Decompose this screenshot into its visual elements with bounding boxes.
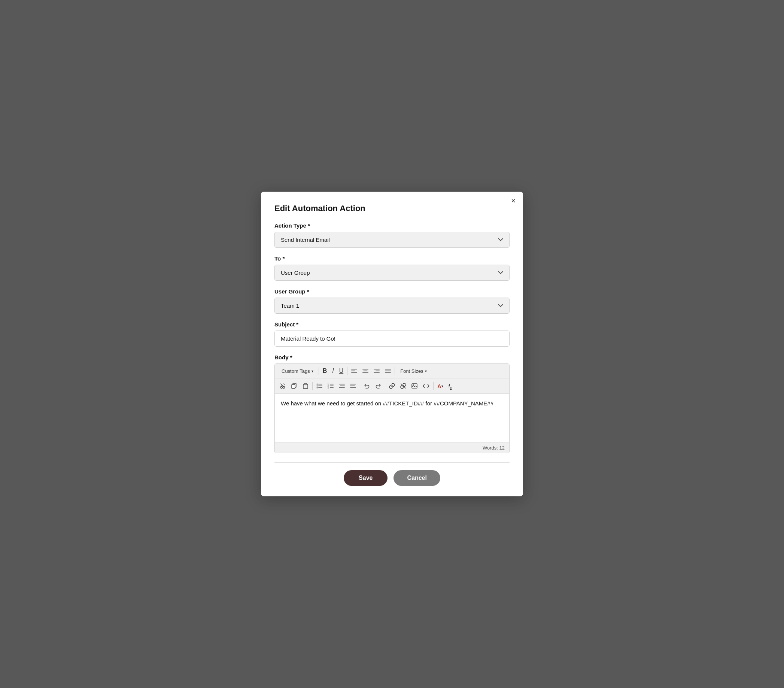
font-sizes-button[interactable]: Font Sizes ▾: [397, 367, 430, 376]
unlink-button[interactable]: [398, 382, 408, 390]
save-button[interactable]: Save: [344, 470, 387, 486]
svg-rect-27: [330, 384, 334, 384]
font-sizes-chevron-icon: ▾: [425, 369, 427, 373]
editor-content: We have what we need to get started on #…: [281, 400, 494, 407]
subject-field: Subject *: [274, 321, 510, 347]
svg-rect-30: [339, 384, 345, 384]
editor-body[interactable]: We have what we need to get started on #…: [275, 394, 509, 443]
body-field: Body * Custom Tags ▾ B I U: [274, 354, 510, 453]
underline-button[interactable]: U: [337, 366, 346, 376]
svg-rect-1: [351, 370, 355, 371]
svg-text:3.: 3.: [328, 387, 329, 388]
toolbar-divider-3: [395, 367, 395, 375]
toolbar-divider-1: [319, 367, 319, 375]
editor-footer: Words: 12: [275, 443, 509, 453]
user-group-select[interactable]: Team 1 Team 2 Team 3: [274, 298, 510, 314]
toolbar-divider-6: [385, 382, 385, 390]
indent-right-button[interactable]: [348, 382, 358, 390]
to-label: To *: [274, 255, 510, 262]
svg-rect-23: [318, 387, 322, 388]
action-type-label: Action Type *: [274, 222, 510, 229]
svg-line-36: [401, 384, 405, 388]
indent-center-button[interactable]: [337, 382, 347, 390]
align-center-button[interactable]: [360, 367, 371, 375]
svg-rect-0: [351, 369, 357, 369]
bold-button[interactable]: B: [321, 366, 329, 376]
svg-rect-32: [339, 387, 345, 388]
user-group-field: User Group * Team 1 Team 2 Team 3: [274, 288, 510, 314]
modal-title: Edit Automation Action: [274, 204, 510, 213]
toolbar-divider-5: [360, 382, 360, 390]
clear-format-icon: Ix: [448, 382, 452, 390]
svg-rect-22: [318, 385, 322, 386]
action-type-field: Action Type * Send Internal Email Send E…: [274, 222, 510, 248]
svg-rect-17: [305, 384, 306, 384]
svg-point-12: [281, 387, 283, 388]
svg-rect-5: [362, 372, 369, 373]
font-color-icon: A: [437, 383, 441, 389]
to-select[interactable]: User Group Assigned Agent Customer: [274, 265, 510, 281]
close-button[interactable]: ×: [511, 197, 516, 204]
toolbar-divider-2: [347, 367, 348, 375]
cut-button[interactable]: [278, 382, 288, 390]
svg-rect-21: [318, 384, 322, 384]
svg-rect-34: [350, 385, 355, 386]
action-type-select[interactable]: Send Internal Email Send External Email …: [274, 232, 510, 248]
subject-label: Subject *: [274, 321, 510, 328]
editor-container: Custom Tags ▾ B I U: [274, 364, 510, 453]
svg-rect-33: [350, 384, 356, 384]
ordered-list-button[interactable]: 1. 2. 3.: [325, 382, 336, 390]
user-group-label: User Group *: [274, 288, 510, 295]
copy-button[interactable]: [289, 382, 300, 390]
font-color-button[interactable]: A ▾: [435, 382, 446, 391]
svg-point-18: [317, 384, 318, 385]
svg-rect-29: [330, 387, 334, 388]
redo-button[interactable]: [373, 382, 384, 390]
code-button[interactable]: [420, 382, 432, 390]
custom-tags-chevron-icon: ▾: [311, 369, 313, 373]
link-button[interactable]: [387, 382, 397, 390]
custom-tags-button[interactable]: Custom Tags ▾: [278, 367, 317, 376]
svg-rect-16: [303, 384, 308, 388]
clear-format-button[interactable]: Ix: [446, 381, 454, 391]
svg-rect-35: [350, 387, 356, 388]
subject-input[interactable]: [274, 331, 510, 347]
svg-rect-3: [362, 369, 369, 369]
svg-rect-8: [374, 372, 380, 373]
cancel-button[interactable]: Cancel: [394, 470, 440, 486]
word-count: Words: 12: [483, 445, 505, 451]
italic-button[interactable]: I: [330, 366, 336, 376]
toolbar-row-1: Custom Tags ▾ B I U: [275, 364, 509, 379]
modal-overlay: × Edit Automation Action Action Type * S…: [0, 0, 784, 688]
font-sizes-label: Font Sizes: [400, 368, 423, 374]
svg-rect-31: [340, 385, 345, 386]
svg-rect-28: [330, 385, 334, 386]
undo-button[interactable]: [362, 382, 372, 390]
image-button[interactable]: [409, 382, 420, 390]
paste-button[interactable]: [300, 382, 311, 390]
modal-dialog: × Edit Automation Action Action Type * S…: [261, 192, 523, 496]
custom-tags-label: Custom Tags: [282, 368, 310, 374]
toolbar-divider-4: [312, 382, 313, 390]
unordered-list-button[interactable]: [314, 382, 324, 390]
align-justify-button[interactable]: [383, 367, 393, 375]
svg-rect-7: [376, 370, 380, 371]
svg-rect-10: [385, 370, 391, 371]
svg-rect-11: [385, 372, 391, 373]
toolbar-row-2: 1. 2. 3.: [275, 379, 509, 394]
svg-rect-4: [364, 370, 368, 371]
body-label: Body *: [274, 354, 510, 360]
align-left-button[interactable]: [349, 367, 359, 375]
svg-rect-6: [374, 369, 380, 369]
svg-point-19: [317, 385, 318, 387]
svg-rect-2: [351, 372, 357, 373]
font-color-chevron-icon: ▾: [441, 384, 443, 388]
toolbar-divider-7: [433, 382, 433, 390]
svg-rect-37: [412, 384, 417, 388]
svg-rect-15: [292, 384, 295, 388]
svg-point-20: [317, 387, 318, 388]
to-field: To * User Group Assigned Agent Customer: [274, 255, 510, 281]
align-right-button[interactable]: [371, 367, 382, 375]
svg-rect-9: [385, 369, 391, 369]
modal-footer: Save Cancel: [274, 462, 510, 486]
